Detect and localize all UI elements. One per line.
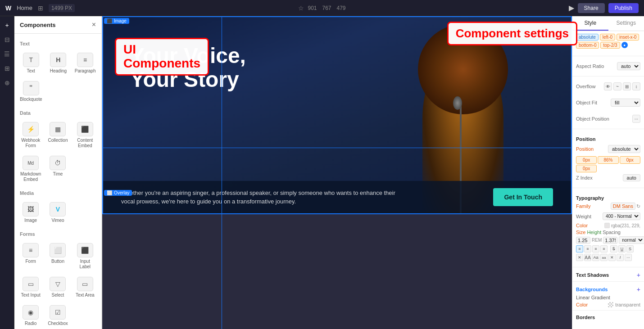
tag-top-2-3[interactable]: top-2/3 xyxy=(600,42,620,49)
typo-family-row: Family DM Sans ↻ xyxy=(576,203,640,210)
deco-aa[interactable]: AA xyxy=(584,254,591,261)
tab-settings[interactable]: Settings xyxy=(608,16,644,31)
deco-aa-med[interactable]: Aa xyxy=(592,254,599,261)
object-fit-select[interactable]: fill contain cover xyxy=(611,99,640,107)
component-collection[interactable]: ▦ Collection xyxy=(45,119,70,151)
component-button[interactable]: ⬜ Button xyxy=(45,240,70,272)
rp-overflow-section: Overflow 👁 ~ ⊞ ↕ xyxy=(572,78,644,95)
component-radio[interactable]: ◉ Radio xyxy=(18,302,43,329)
text-shadows-add[interactable]: + xyxy=(637,271,640,279)
object-position-more[interactable]: ··· xyxy=(632,115,640,123)
component-form[interactable]: ≡ Form xyxy=(18,240,43,272)
overflow-grid[interactable]: ⊞ xyxy=(623,82,631,90)
component-time[interactable]: ⏱ Time xyxy=(45,153,70,185)
align-justify[interactable]: ≡ xyxy=(600,245,608,252)
icon-bar-components[interactable]: ⊕ xyxy=(2,77,13,88)
section-media-title: Media xyxy=(14,189,101,198)
position-select[interactable]: absolute relative fixed xyxy=(608,145,640,153)
component-paragraph[interactable]: ≡ Paragraph xyxy=(73,50,98,77)
component-markdown-embed[interactable]: Md Markdown Embed xyxy=(18,153,43,185)
icon-bar-add[interactable]: + xyxy=(2,20,13,31)
spacing-select[interactable]: normal xyxy=(619,236,644,244)
get-in-touch-button[interactable]: Get In Touch xyxy=(493,188,553,206)
deco-x[interactable]: ✕ xyxy=(576,254,583,261)
data-grid: ⚡ Webhook Form ▦ Collection ⬛ Content Em… xyxy=(14,117,101,187)
component-checkbox[interactable]: ☑ Checkbox xyxy=(45,302,70,329)
text-area-icon: ▭ xyxy=(77,277,93,291)
align-center[interactable]: ≡ xyxy=(584,245,591,252)
height-input[interactable] xyxy=(603,237,617,244)
refresh-icon[interactable]: ↻ xyxy=(636,203,640,209)
aspect-ratio-select[interactable]: auto xyxy=(617,62,640,70)
topbar-right: ▶ Share Publish xyxy=(569,3,639,13)
topbar-play-icon[interactable]: ▶ xyxy=(569,4,574,12)
component-input-label[interactable]: ⬛ Input Label xyxy=(73,240,98,272)
color-swatch[interactable] xyxy=(604,223,610,228)
size-label: Size xyxy=(576,230,585,235)
deco-more[interactable]: ··· xyxy=(625,254,632,261)
publish-button[interactable]: Publish xyxy=(608,3,639,13)
tag-left-0[interactable]: left-0 xyxy=(600,34,615,41)
tag-inset-x-0[interactable]: inset-x-0 xyxy=(617,34,639,41)
rp-object-position-section: Object Position ··· xyxy=(572,111,644,127)
icon-bar-layers[interactable]: ⊟ xyxy=(2,34,13,45)
input-label-icon: ⬛ xyxy=(77,243,93,257)
size-unit: REM xyxy=(592,238,602,243)
component-image[interactable]: 🖼 Image xyxy=(18,199,43,226)
superscript-btn[interactable]: S xyxy=(626,245,634,252)
image-icon: 🖼 xyxy=(23,202,39,216)
overflow-eye[interactable]: 👁 xyxy=(604,82,612,90)
overflow-tilde[interactable]: ~ xyxy=(613,82,621,90)
coord-z: 479 xyxy=(337,5,346,11)
form-label: Form xyxy=(25,259,36,264)
components-panel: Components × Text T Text H Heading ≡ Par… xyxy=(14,16,102,329)
deco-aa-small[interactable]: aa xyxy=(600,254,608,261)
overflow-scroll[interactable]: ↕ xyxy=(632,82,640,90)
aspect-ratio-label: Aspect Ratio xyxy=(576,63,604,69)
rp-position-section: Position Position absolute relative fixe… xyxy=(572,131,644,186)
component-text[interactable]: T Text xyxy=(18,50,44,77)
weight-select[interactable]: 400 - Normal 700 - Bold xyxy=(603,212,640,220)
component-select[interactable]: ▽ Select xyxy=(45,274,70,301)
typo-size-row: Size Height Spacing xyxy=(576,230,640,235)
right-panel: Style Settings absolute left-0 inset-x-0… xyxy=(572,16,644,329)
tag-active-indicator[interactable]: ● xyxy=(621,42,628,48)
deco-italic[interactable]: I xyxy=(617,254,624,261)
tag-bottom-0[interactable]: bottom-0 xyxy=(576,42,599,49)
topbar-home[interactable]: Home xyxy=(17,5,32,11)
deco-x2[interactable]: ✕ xyxy=(608,254,616,261)
blockquote-icon: " xyxy=(23,81,39,95)
canvas-area[interactable]: ⬛ Image xyxy=(102,16,572,329)
panel-close-button[interactable]: × xyxy=(92,21,96,29)
component-content-embed[interactable]: ⬛ Content Embed xyxy=(73,119,98,151)
align-left[interactable]: ≡ xyxy=(576,245,583,252)
coord-x: 901 xyxy=(308,5,317,11)
bg-color-row: Color transparent xyxy=(572,301,644,308)
component-heading[interactable]: H Heading xyxy=(45,50,71,77)
panel-title: Components xyxy=(20,22,55,28)
tab-style[interactable]: Style xyxy=(572,16,608,31)
icon-bar-grid[interactable]: ⊞ xyxy=(2,63,13,74)
vimeo-icon: V xyxy=(50,202,66,216)
transparent-swatch[interactable] xyxy=(608,302,613,307)
tag-absolute[interactable]: absolute xyxy=(576,34,599,41)
align-right[interactable]: ≡ xyxy=(592,245,599,252)
icon-bar-pages[interactable]: ☰ xyxy=(2,49,13,59)
component-text-area[interactable]: ▭ Text Area xyxy=(73,274,98,301)
component-text-input[interactable]: ▭ Text Input xyxy=(18,274,43,301)
overflow-label: Overflow xyxy=(576,84,595,89)
share-button[interactable]: Share xyxy=(578,3,605,13)
underline-btn[interactable]: U xyxy=(618,245,626,252)
strikethrough-btn[interactable]: S̶ xyxy=(610,245,617,252)
component-webhook-form[interactable]: ⚡ Webhook Form xyxy=(18,119,43,151)
section-data-title: Data xyxy=(14,108,101,117)
section-text-title: Text xyxy=(14,39,101,48)
backgrounds-add[interactable]: + xyxy=(637,286,640,293)
component-blockquote[interactable]: " Blockquote xyxy=(18,78,44,105)
pos-left: 0px xyxy=(576,156,597,164)
panel-header: Components × xyxy=(14,16,101,34)
topbar-star-icon[interactable]: ☆ xyxy=(298,5,304,12)
component-vimeo[interactable]: V Vimeo xyxy=(45,199,70,226)
size-input[interactable] xyxy=(576,237,590,244)
checkbox-icon: ☑ xyxy=(50,305,66,320)
